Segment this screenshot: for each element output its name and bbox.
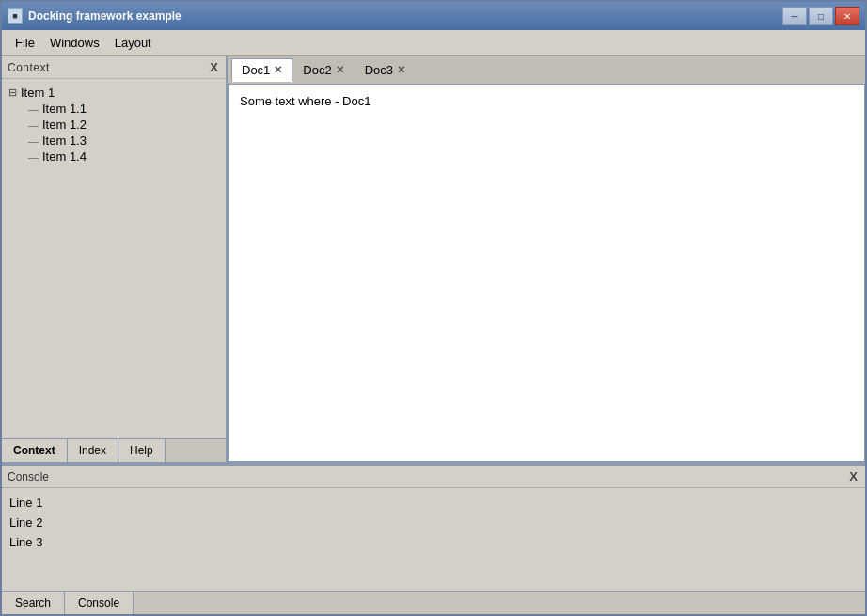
list-item[interactable]: — Item 1.4 <box>28 149 222 165</box>
doc-tab-2[interactable]: Doc3 ✕ <box>355 58 416 82</box>
sidebar-content: ⊟ Item 1 — Item 1.1 — Item 1.2 — Item 1.… <box>2 79 226 438</box>
doc-text: Some text where - Doc1 <box>240 94 370 108</box>
menu-file[interactable]: File <box>8 33 42 53</box>
main-window: ■ Docking framework example ─ □ ✕ File W… <box>0 0 867 616</box>
sidebar-tab-index[interactable]: Index <box>68 439 118 462</box>
sidebar-header: Context X <box>2 56 226 79</box>
doc-tab-1[interactable]: Doc2 ✕ <box>292 58 354 82</box>
window-title: Docking framework example <box>28 9 181 23</box>
tree-root-label: Item 1 <box>21 86 55 100</box>
menubar: File Windows Layout <box>2 30 865 56</box>
doc-content: Some text where - Doc1 <box>228 85 865 462</box>
tree-child-label-3: Item 1.4 <box>42 150 87 164</box>
sidebar-tab-help[interactable]: Help <box>118 439 166 462</box>
top-section: Context X ⊟ Item 1 — Item 1.1 — Item 1.2 <box>2 56 865 464</box>
tree-child-label-2: Item 1.3 <box>42 134 87 148</box>
tree-dash-icon: — <box>28 135 39 147</box>
main-area: Context X ⊟ Item 1 — Item 1.1 — Item 1.2 <box>2 56 865 614</box>
titlebar: ■ Docking framework example ─ □ ✕ <box>2 2 865 30</box>
bottom-tab-console[interactable]: Console <box>65 592 134 614</box>
bottom-panel-header: Console X <box>2 466 865 488</box>
doc-tab-close-2[interactable]: ✕ <box>397 64 405 76</box>
bottom-tab-search[interactable]: Search <box>2 592 65 614</box>
console-line-1: Line 2 <box>9 513 858 533</box>
tree-dash-icon: — <box>28 151 39 163</box>
doc-tab-close-0[interactable]: ✕ <box>274 64 282 76</box>
titlebar-left: ■ Docking framework example <box>8 8 181 24</box>
bottom-panel: Console X Line 1 Line 2 Line 3 Search Co… <box>2 464 865 614</box>
minimize-button[interactable]: ─ <box>782 7 807 25</box>
sidebar-close-button[interactable]: X <box>208 60 220 74</box>
sidebar: Context X ⊟ Item 1 — Item 1.1 — Item 1.2 <box>2 56 228 462</box>
menu-layout[interactable]: Layout <box>107 33 159 53</box>
doc-area: Doc1 ✕ Doc2 ✕ Doc3 ✕ Some text where - D… <box>228 56 865 462</box>
tree-dash-icon: — <box>28 119 39 131</box>
list-item[interactable]: — Item 1.1 <box>28 101 222 117</box>
tree-child-label-0: Item 1.1 <box>42 102 87 116</box>
sidebar-tab-context[interactable]: Context <box>2 439 68 462</box>
list-item[interactable]: — Item 1.3 <box>28 133 222 149</box>
doc-tabs: Doc1 ✕ Doc2 ✕ Doc3 ✕ <box>228 56 865 85</box>
tree-dash-icon: — <box>28 103 39 115</box>
doc-tab-close-1[interactable]: ✕ <box>336 64 344 76</box>
bottom-panel-close-button[interactable]: X <box>847 469 859 483</box>
sidebar-title: Context <box>8 61 50 74</box>
tree-toggle-icon: ⊟ <box>6 87 19 99</box>
tree-child-label-1: Item 1.2 <box>42 118 87 132</box>
doc-tab-label-1: Doc2 <box>303 63 331 77</box>
maximize-button[interactable]: □ <box>809 7 833 25</box>
close-button[interactable]: ✕ <box>835 7 859 25</box>
doc-tab-label-2: Doc3 <box>365 63 393 77</box>
bottom-panel-title: Console <box>8 470 49 483</box>
console-line-0: Line 1 <box>9 494 858 513</box>
sidebar-tabs: Context Index Help <box>2 438 226 462</box>
list-item[interactable]: — Item 1.2 <box>28 117 222 133</box>
doc-tab-0[interactable]: Doc1 ✕ <box>231 58 292 82</box>
titlebar-controls: ─ □ ✕ <box>782 7 859 25</box>
console-line-2: Line 3 <box>9 533 858 553</box>
doc-tab-label-0: Doc1 <box>242 63 270 77</box>
bottom-tabs: Search Console <box>2 591 865 614</box>
menu-windows[interactable]: Windows <box>42 33 107 53</box>
tree-root-item[interactable]: ⊟ Item 1 <box>6 85 222 101</box>
app-icon: ■ <box>8 8 23 24</box>
bottom-panel-content: Line 1 Line 2 Line 3 <box>2 488 865 591</box>
